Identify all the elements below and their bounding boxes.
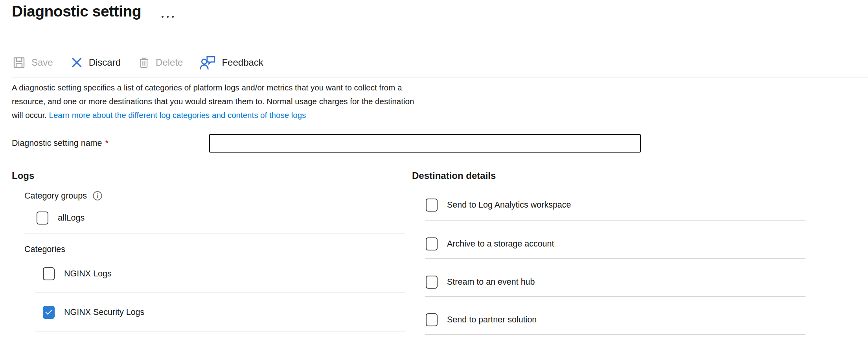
destination-details-section: Destination details Send to Log Analytic… xyxy=(412,164,806,335)
log-analytics-row: Send to Log Analytics workspace xyxy=(426,199,806,212)
info-icon[interactable] xyxy=(92,191,103,201)
section-divider xyxy=(425,296,805,297)
partner-solution-checkbox[interactable] xyxy=(426,313,438,326)
event-hub-row: Stream to an event hub xyxy=(426,276,806,289)
alllogs-checkbox[interactable] xyxy=(37,212,48,225)
event-hub-label: Stream to an event hub xyxy=(447,277,535,287)
discard-label: Discard xyxy=(89,57,121,68)
save-button[interactable]: Save xyxy=(12,55,53,70)
required-asterisk: * xyxy=(105,138,108,148)
log-analytics-label: Send to Log Analytics workspace xyxy=(447,200,571,210)
section-divider xyxy=(425,334,805,335)
section-divider xyxy=(35,331,405,331)
page-title: Diagnostic setting xyxy=(12,2,141,21)
delete-label: Delete xyxy=(156,57,183,68)
storage-account-row: Archive to a storage account xyxy=(426,237,806,250)
partner-solution-label: Send to partner solution xyxy=(447,315,537,325)
section-divider xyxy=(24,234,405,234)
dismiss-x-icon xyxy=(70,55,84,70)
category-groups-row: Category groups xyxy=(24,190,405,201)
name-field-label: Diagnostic setting name* xyxy=(12,138,209,148)
section-divider xyxy=(425,220,805,221)
save-label: Save xyxy=(31,57,53,68)
partner-solution-row: Send to partner solution xyxy=(426,313,806,326)
storage-account-checkbox[interactable] xyxy=(426,237,438,250)
trash-icon xyxy=(137,56,151,69)
nginx-security-logs-label: NGINX Security Logs xyxy=(64,307,144,317)
feedback-person-icon xyxy=(199,55,217,70)
diagnostic-setting-name-input[interactable] xyxy=(209,134,641,153)
feedback-button[interactable]: Feedback xyxy=(199,55,263,70)
nginx-logs-label: NGINX Logs xyxy=(64,269,112,279)
name-label-text: Diagnostic setting name xyxy=(12,138,102,148)
logs-section: Logs Category groups allLogs Categories xyxy=(12,164,405,335)
delete-button[interactable]: Delete xyxy=(137,56,183,69)
section-divider xyxy=(425,258,805,259)
nginx-logs-row: NGINX Logs xyxy=(43,267,405,280)
name-field-row: Diagnostic setting name* xyxy=(12,134,641,153)
alllogs-label: allLogs xyxy=(58,213,85,223)
save-icon xyxy=(12,55,26,70)
discard-button[interactable]: Discard xyxy=(70,55,121,70)
categories-label: Categories xyxy=(24,245,405,256)
content-columns: Logs Category groups allLogs Categories xyxy=(12,164,806,335)
ellipsis-icon xyxy=(162,16,164,18)
nginx-logs-checkbox[interactable] xyxy=(43,267,55,280)
ellipsis-icon xyxy=(172,16,174,18)
nginx-security-logs-checkbox[interactable] xyxy=(43,306,55,319)
section-divider xyxy=(35,293,405,293)
nginx-security-logs-row: NGINX Security Logs xyxy=(43,306,405,319)
more-options-button[interactable] xyxy=(162,16,174,18)
diagnostic-setting-page: Diagnostic setting Save xyxy=(0,0,868,357)
event-hub-checkbox[interactable] xyxy=(426,276,438,289)
page-header: Diagnostic setting xyxy=(12,2,174,21)
destination-details-heading: Destination details xyxy=(412,170,806,182)
storage-account-label: Archive to a storage account xyxy=(447,239,554,249)
log-analytics-checkbox[interactable] xyxy=(426,199,438,212)
feedback-label: Feedback xyxy=(222,57,263,68)
learn-more-link[interactable]: Learn more about the different log categ… xyxy=(49,110,306,120)
command-bar: Save Discard Delete xyxy=(12,52,263,73)
alllogs-row: allLogs xyxy=(37,212,405,225)
logs-heading: Logs xyxy=(12,170,405,182)
category-groups-label: Category groups xyxy=(24,191,87,201)
page-description: A diagnostic setting specifies a list of… xyxy=(12,81,421,122)
ellipsis-icon xyxy=(167,16,169,18)
toolbar-divider xyxy=(12,77,868,77)
